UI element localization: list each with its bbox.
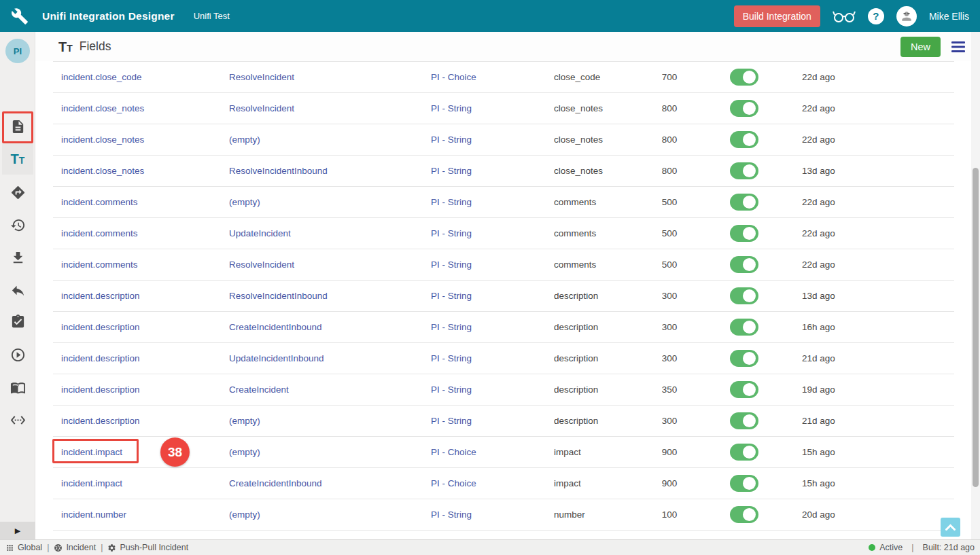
sidebar-item-docs[interactable]	[2, 372, 33, 403]
enabled-toggle[interactable]	[730, 287, 758, 304]
cell-type[interactable]: PI - Choice	[431, 72, 554, 82]
cell-name[interactable]: incident.comments	[53, 259, 229, 270]
enabled-toggle[interactable]	[730, 412, 758, 429]
cell-operation[interactable]: ResolveIncident	[229, 259, 431, 270]
cell-operation[interactable]: (empty)	[229, 447, 431, 457]
sidebar-item-tasks[interactable]	[2, 306, 33, 337]
cell-name[interactable]: incident.close_code	[53, 72, 229, 82]
cell-name[interactable]: incident.comments	[53, 197, 229, 207]
enabled-toggle[interactable]	[730, 475, 758, 492]
enabled-toggle[interactable]	[730, 444, 758, 461]
sidebar-expand-button[interactable]: ▶	[0, 522, 35, 539]
cell-type[interactable]: PI - Choice	[431, 447, 554, 457]
cell-type[interactable]: PI - Choice	[431, 478, 554, 488]
cell-name[interactable]: incident.description	[53, 353, 229, 363]
scrollbar-thumb[interactable]	[973, 168, 979, 487]
enabled-toggle[interactable]	[730, 256, 758, 273]
sidebar-item-reply[interactable]	[2, 274, 33, 306]
cell-name[interactable]: incident.comments	[53, 228, 229, 238]
enabled-toggle[interactable]	[730, 194, 758, 211]
cell-order: 350	[652, 384, 686, 395]
cell-operation[interactable]: CreateIncidentInbound	[229, 322, 431, 332]
cell-operation[interactable]: (empty)	[229, 197, 431, 207]
enabled-toggle[interactable]	[730, 225, 758, 242]
toggle-knob	[743, 102, 756, 115]
cell-operation[interactable]: UpdateIncident	[229, 228, 431, 238]
cell-operation[interactable]: UpdateIncidentInbound	[229, 353, 431, 363]
cell-type[interactable]: PI - String	[431, 228, 554, 238]
sidebar-item-run[interactable]	[2, 339, 33, 370]
cell-updated: 22d ago	[802, 135, 954, 145]
enabled-toggle[interactable]	[730, 350, 758, 367]
enabled-toggle[interactable]	[730, 162, 758, 179]
cell-name[interactable]: incident.description	[53, 291, 229, 301]
cell-name[interactable]: incident.description	[53, 322, 229, 332]
cell-type[interactable]: PI - String	[431, 416, 554, 426]
cell-type[interactable]: PI - String	[431, 103, 554, 113]
table-row: incident.descriptionCreateIncidentInboun…	[53, 312, 954, 343]
app-subtitle[interactable]: Unifi Test	[194, 11, 230, 21]
avatar[interactable]	[896, 6, 917, 26]
preview-glasses-icon[interactable]	[833, 9, 856, 24]
cell-name[interactable]: incident.impact	[53, 447, 229, 457]
cell-type[interactable]: PI - String	[431, 197, 554, 207]
cell-operation[interactable]: ResolveIncident	[229, 72, 431, 82]
cell-type[interactable]: PI - String	[431, 322, 554, 332]
enabled-toggle[interactable]	[730, 381, 758, 398]
cell-type[interactable]: PI - String	[431, 166, 554, 176]
table-row: incident.description(empty)PI - Stringde…	[53, 406, 954, 437]
cell-name[interactable]: incident.description	[53, 384, 229, 395]
cell-order: 700	[652, 72, 686, 82]
cell-operation[interactable]: (empty)	[229, 509, 431, 520]
cell-updated: 21d ago	[802, 416, 954, 426]
pi-avatar[interactable]: PI	[5, 39, 30, 63]
menu-icon[interactable]	[951, 41, 965, 52]
enabled-toggle[interactable]	[730, 506, 758, 523]
cell-operation[interactable]: ResolveIncidentInbound	[229, 166, 431, 176]
build-integration-button[interactable]: Build Integration	[734, 5, 820, 27]
cell-type[interactable]: PI - String	[431, 291, 554, 301]
enabled-toggle[interactable]	[730, 69, 758, 86]
top-bar: Unifi Integration Designer Unifi Test Bu…	[0, 0, 980, 32]
cell-type[interactable]: PI - String	[431, 135, 554, 145]
cell-name[interactable]: incident.close_notes	[53, 135, 229, 145]
user-name[interactable]: Mike Ellis	[929, 11, 969, 22]
cell-operation[interactable]: ResolveIncident	[229, 103, 431, 113]
page-title: Fields	[80, 39, 111, 54]
cell-updated: 20d ago	[802, 509, 954, 520]
cell-column: comments	[554, 259, 652, 270]
enabled-toggle[interactable]	[730, 100, 758, 117]
help-icon[interactable]: ?	[868, 8, 884, 24]
enabled-toggle[interactable]	[730, 319, 758, 336]
cell-type[interactable]: PI - String	[431, 509, 554, 520]
cell-type[interactable]: PI - String	[431, 353, 554, 363]
cell-type[interactable]: PI - String	[431, 384, 554, 395]
scroll-to-top-button[interactable]	[941, 518, 960, 537]
cell-operation[interactable]: CreateIncidentInbound	[229, 478, 431, 488]
status-scope-integration[interactable]: Push-Pull Incident	[107, 543, 188, 552]
cell-order: 800	[652, 103, 686, 113]
cell-updated: 13d ago	[802, 166, 954, 176]
cell-operation[interactable]: CreateIncident	[229, 384, 431, 395]
sidebar-item-download[interactable]	[2, 242, 33, 273]
status-scope-incident[interactable]: Incident	[54, 543, 96, 552]
sidebar-item-mappings[interactable]	[2, 177, 33, 208]
cell-operation[interactable]: (empty)	[229, 135, 431, 145]
sidebar-item-fields[interactable]: TT	[2, 143, 33, 175]
status-scope-global[interactable]: Global	[5, 543, 42, 552]
cell-enabled	[686, 69, 802, 86]
cell-type[interactable]: PI - String	[431, 259, 554, 270]
new-button[interactable]: New	[900, 37, 941, 57]
cell-name[interactable]: incident.number	[53, 509, 229, 520]
sidebar-item-history[interactable]	[2, 209, 33, 240]
cell-enabled	[686, 162, 802, 179]
cell-name[interactable]: incident.close_notes	[53, 166, 229, 176]
cell-name[interactable]: incident.description	[53, 416, 229, 426]
cell-name[interactable]: incident.impact	[53, 478, 229, 488]
cell-operation[interactable]: ResolveIncidentInbound	[229, 291, 431, 301]
sidebar-item-code[interactable]	[2, 404, 33, 435]
sidebar-item-documents[interactable]	[2, 111, 33, 142]
cell-name[interactable]: incident.close_notes	[53, 103, 229, 113]
enabled-toggle[interactable]	[730, 131, 758, 148]
cell-operation[interactable]: (empty)	[229, 416, 431, 426]
